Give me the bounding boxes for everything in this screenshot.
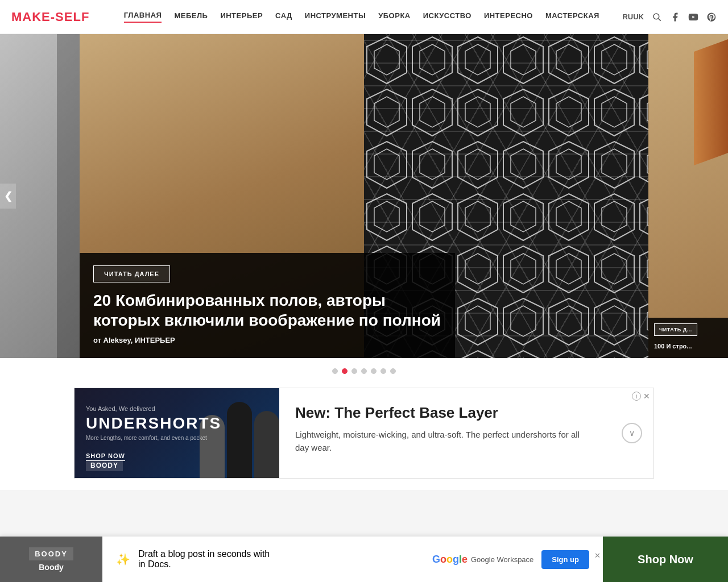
nav-item-home[interactable]: ГЛАВНАЯ [124,11,162,23]
slider-main-slide: ЧИТАТЬ ДАЛЕЕ 20 Комбинированных полов, а… [80,34,648,358]
ad-banner-controls: i ✕ [632,392,650,401]
ad-description: Lightweight, moisture-wicking, and ultra… [295,429,594,454]
slide-author: Aleksey, [104,336,133,344]
header: MAKE-SELF ГЛАВНАЯ МЕБЕЛЬ ИНТЕРЬЕР САД ИН… [0,0,728,34]
nav-item-workshop[interactable]: МАСТЕРСКАЯ [545,11,599,22]
slider-dots [0,358,728,382]
ad-banner: i ✕ You Asked, We delivered UNDERSHORTS … [74,388,654,479]
ad-chevron-container: ∨ [610,388,653,478]
ad-title: New: The Perfect Base Layer [295,404,594,422]
slide-title: 20 Комбинированных полов, авторы которых… [93,290,441,330]
nav-item-art[interactable]: ИСКУССТВО [423,11,471,22]
ad-sub-header: You Asked, We delivered [86,405,268,412]
read-more-button[interactable]: ЧИТАТЬ ДАЛЕЕ [93,265,170,282]
dot-2[interactable] [342,368,348,374]
dot-4[interactable] [361,368,367,374]
slider-prev-arrow[interactable]: ❮ [0,184,16,209]
hero-slider: ЧИТАТЬ ДАЛЕЕ 20 Комбинированных полов, а… [0,34,728,358]
nav-item-garden[interactable]: САД [275,11,292,22]
dot-3[interactable] [351,368,357,374]
ad-section: i ✕ You Asked, We delivered UNDERSHORTS … [0,382,728,490]
youtube-icon[interactable] [688,12,698,22]
peek-title: 100 И стро... [654,343,722,350]
slider-right-peek: ЧИТАТЬ Д... 100 И стро... [648,34,728,358]
header-right: RUUK [622,12,717,22]
peek-read-more-button[interactable]: ЧИТАТЬ Д... [654,323,697,336]
dot-5[interactable] [371,368,377,374]
slide-meta: от Aleksey, ИНТЕРЬЕР [93,336,441,344]
svg-line-1 [659,18,661,20]
nav-item-interior[interactable]: ИНТЕРЬЕР [220,11,263,22]
ad-info-icon[interactable]: i [632,392,641,401]
search-icon[interactable] [652,12,662,22]
dot-7[interactable] [390,368,396,374]
dot-1[interactable] [332,368,338,374]
slide-category: ИНТЕРЬЕР [135,336,175,344]
dot-6[interactable] [380,368,386,374]
ad-brand-title: UNDERSHORTS [86,414,268,433]
peek-caption: ЧИТАТЬ Д... 100 И стро... [648,318,728,358]
ad-banner-content: New: The Perfect Base Layer Lightweight,… [279,388,610,478]
nav-item-cleaning[interactable]: УБОРКА [378,11,411,22]
ad-boody-logo: BOODY [86,460,123,471]
pinterest-icon[interactable] [706,12,717,22]
ad-brand-desc: More Lengths, more comfort, and even a p… [86,435,268,441]
nav-item-interesting[interactable]: ИНТЕРЕСНО [484,11,533,22]
ad-brand-panel: You Asked, We delivered UNDERSHORTS More… [75,388,279,478]
main-nav: ГЛАВНАЯ МЕБЕЛЬ ИНТЕРЬЕР САД ИНСТРУМЕНТЫ … [124,11,599,23]
ad-shop-now-small[interactable]: SHOP NOW [86,452,125,461]
slide-caption: ЧИТАТЬ ДАЛЕЕ 20 Комбинированных полов, а… [80,253,455,358]
ad-chevron-button[interactable]: ∨ [622,423,642,443]
facebook-icon[interactable] [670,12,680,22]
site-logo[interactable]: MAKE-SELF [11,10,89,24]
nav-item-mebel[interactable]: МЕБЕЛЬ [174,11,208,22]
lang-selector[interactable]: RUUK [622,13,644,21]
nav-item-tools[interactable]: ИНСТРУМЕНТЫ [305,11,366,22]
ad-close-icon[interactable]: ✕ [643,392,650,401]
slide-author-label: от [93,336,101,344]
svg-point-0 [653,14,659,19]
